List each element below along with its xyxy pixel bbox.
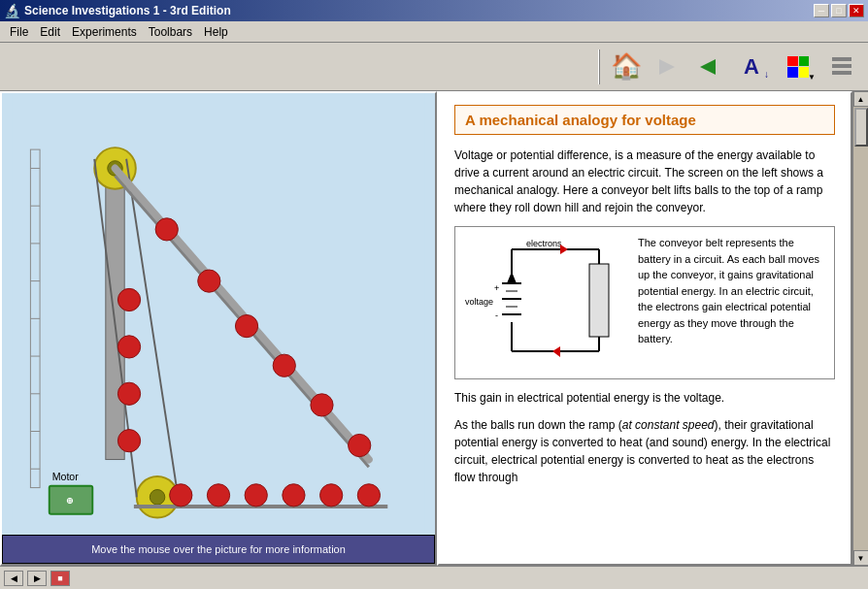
svg-point-31 — [235, 314, 257, 337]
svg-point-37 — [283, 484, 305, 507]
circuit-diagram: electrons voltage + - — [463, 235, 628, 371]
svg-point-33 — [311, 394, 333, 416]
scroll-up-button[interactable]: ▲ — [853, 91, 869, 107]
svg-text:-: - — [495, 311, 498, 320]
font-size-button[interactable]: A ↓ — [730, 49, 773, 85]
color-button[interactable]: ▼ — [777, 49, 819, 85]
status-button-3[interactable]: ■ — [50, 571, 70, 586]
svg-rect-3 — [832, 64, 851, 68]
menu-help[interactable]: Help — [198, 23, 234, 41]
svg-marker-62 — [507, 272, 517, 283]
svg-rect-4 — [832, 71, 851, 75]
info-bar: Move the mouse over the picture for more… — [2, 535, 435, 564]
toolbar: 🏠 A ↓ ▼ — [0, 43, 868, 91]
window-title: Science Investigations 1 - 3rd Edition — [24, 4, 231, 17]
forward-button[interactable] — [649, 49, 685, 85]
title-bar: 🔬 Science Investigations 1 - 3rd Edition… — [0, 0, 868, 21]
svg-point-40 — [170, 484, 192, 507]
maximize-button[interactable]: □ — [831, 4, 847, 17]
menu-file[interactable]: File — [4, 23, 34, 41]
paragraph-1: Voltage or potential difference, is a me… — [454, 147, 835, 216]
svg-text:electrons: electrons — [526, 239, 562, 248]
status-bar: ◀ ▶ ■ — [0, 566, 868, 589]
svg-point-38 — [245, 484, 267, 507]
svg-point-30 — [198, 270, 220, 292]
menu-toolbars[interactable]: Toolbars — [143, 23, 198, 41]
svg-text:+: + — [494, 283, 499, 293]
svg-rect-16 — [106, 159, 124, 460]
svg-point-44 — [117, 288, 140, 311]
diagram-section: electrons voltage + - The convey — [454, 226, 835, 379]
svg-point-35 — [357, 484, 380, 507]
svg-marker-1 — [700, 59, 716, 75]
svg-text:voltage: voltage — [465, 297, 493, 307]
status-button-2[interactable]: ▶ — [27, 571, 47, 586]
svg-point-20 — [150, 490, 164, 505]
svg-text:⊕: ⊕ — [66, 496, 74, 506]
svg-point-43 — [117, 336, 140, 358]
paragraph-2: This gain in electrical potential energy… — [454, 389, 835, 407]
animation-canvas[interactable]: ⊕ Motor — [2, 93, 435, 535]
menu-edit[interactable]: Edit — [34, 23, 66, 41]
svg-point-34 — [349, 434, 371, 456]
svg-point-29 — [155, 218, 178, 241]
status-button-1[interactable]: ◀ — [4, 571, 23, 586]
scrollbar[interactable]: ▲ ▼ — [852, 91, 868, 566]
svg-point-36 — [320, 484, 343, 507]
app-icon: 🔬 — [4, 3, 20, 18]
close-button[interactable]: ✕ — [849, 4, 864, 17]
home-button[interactable]: 🏠 — [608, 49, 645, 85]
diagram-description: The conveyor belt represents the battery… — [638, 235, 826, 371]
toolbar-separator — [598, 49, 600, 84]
svg-rect-2 — [832, 57, 851, 61]
svg-text:Motor: Motor — [52, 471, 80, 482]
scroll-down-button[interactable]: ▼ — [853, 550, 869, 566]
svg-point-41 — [117, 430, 140, 452]
panel-toggle-button[interactable] — [823, 49, 860, 85]
svg-marker-57 — [552, 346, 560, 357]
svg-point-32 — [273, 354, 295, 376]
scroll-track[interactable] — [853, 107, 868, 550]
svg-marker-56 — [560, 245, 568, 254]
svg-rect-5 — [12, 93, 425, 535]
left-panel: ⊕ Motor — [0, 91, 437, 566]
menu-experiments[interactable]: Experiments — [66, 23, 143, 41]
content-title: A mechanical analogy for voltage — [454, 105, 835, 135]
svg-marker-0 — [659, 59, 675, 75]
minimize-button[interactable]: ─ — [814, 4, 829, 17]
svg-point-39 — [207, 484, 229, 507]
scroll-thumb[interactable] — [854, 108, 868, 147]
back-button[interactable] — [689, 49, 726, 85]
paragraph-3: As the balls run down the ramp (at const… — [454, 416, 835, 486]
menu-bar: File Edit Experiments Toolbars Help — [0, 21, 868, 43]
svg-point-42 — [117, 382, 140, 405]
svg-rect-61 — [589, 264, 609, 337]
right-panel[interactable]: A mechanical analogy for voltage Voltage… — [437, 91, 852, 566]
info-text: Move the mouse over the picture for more… — [91, 543, 346, 555]
main-area: ⊕ Motor — [0, 91, 868, 566]
